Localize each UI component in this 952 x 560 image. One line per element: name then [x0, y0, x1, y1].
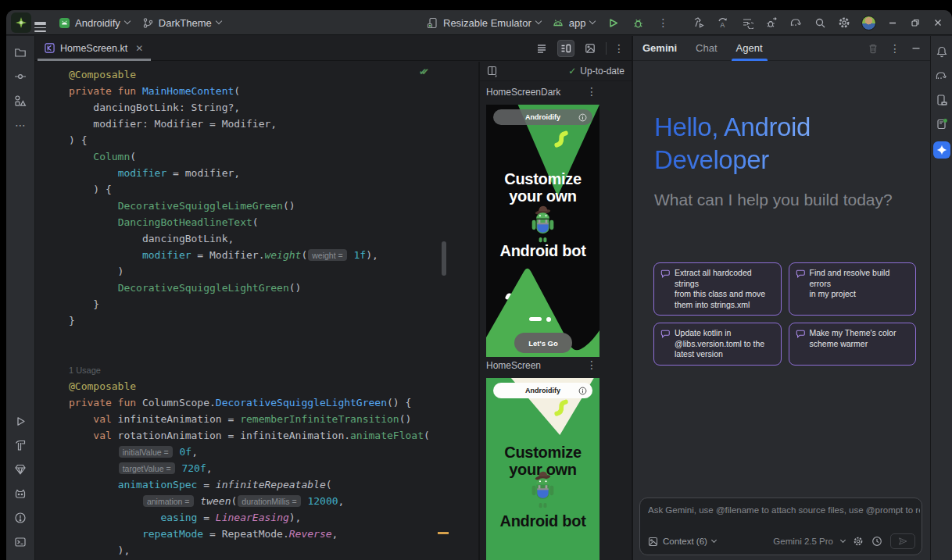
chevron-down-icon: [589, 18, 596, 24]
context-label[interactable]: Context (6): [663, 537, 707, 546]
main-menu-icon[interactable]: [34, 20, 46, 26]
vcs-branch-selector[interactable]: DarkTheme: [142, 17, 221, 29]
attach-image-icon[interactable]: [648, 537, 658, 547]
preview-menu-icon[interactable]: ⋮: [586, 85, 597, 98]
suggestion-text: Extract all hardcoded strings from this …: [675, 268, 775, 310]
preview-layout-icon[interactable]: [487, 66, 499, 77]
problems-tool-icon[interactable]: [13, 511, 27, 525]
preview-menu-icon[interactable]: ⋮: [586, 358, 597, 371]
device-selector[interactable]: Resizable Emulator: [427, 17, 541, 29]
android-studio-logo-icon[interactable]: [11, 12, 31, 33]
lets-go-button[interactable]: Let's Go: [514, 333, 572, 353]
code-line: private fun ColumnScope.DecorativeSquigg…: [69, 394, 449, 411]
chevron-down-icon: [124, 18, 131, 24]
gemini-suggestion-card[interactable]: Update kotlin in @libs.version.toml to t…: [653, 323, 782, 366]
preview-toolbar: ✓ Up-to-date: [480, 62, 632, 81]
build-tool-icon[interactable]: [13, 438, 27, 452]
preview-card-homescreendark[interactable]: Androidify Customize your own Android bo…: [486, 105, 599, 357]
debug-button[interactable]: [631, 16, 645, 30]
code-line: private fun MainHomeContent(: [69, 83, 449, 99]
app-bar-title: Androidify: [525, 387, 560, 394]
gradle-tool-icon[interactable]: [935, 69, 949, 83]
design-view-icon[interactable]: [582, 40, 599, 57]
preview-name-light[interactable]: HomeScreen: [486, 360, 541, 371]
gemini-suggestion-card[interactable]: Find and resolve build errors in my proj…: [789, 262, 917, 316]
editor-tab-homescreen[interactable]: HomeScreen.kt ✕: [38, 36, 151, 61]
preview-card-homescreen[interactable]: Androidify Customize your own Android bo…: [486, 378, 599, 560]
tab-options-icon[interactable]: ⋮: [614, 42, 625, 55]
logcat-tool-icon[interactable]: [13, 487, 27, 501]
resource-manager-icon[interactable]: [13, 94, 27, 108]
app-top-bar: Androidify: [493, 383, 592, 398]
run-config-selector[interactable]: app: [552, 17, 596, 29]
tab-chat[interactable]: Chat: [696, 36, 717, 61]
chat-bubble-icon: [660, 269, 671, 279]
search-everywhere-icon[interactable]: [813, 16, 827, 30]
restore-button[interactable]: [909, 16, 922, 29]
gemini-options-icon[interactable]: ⋮: [889, 42, 900, 55]
settings-icon[interactable]: [837, 16, 851, 30]
commit-tool-icon[interactable]: [13, 70, 27, 84]
code-line: DancingBotHeadlineText(: [69, 214, 449, 230]
code-view-icon[interactable]: [533, 40, 550, 57]
preview-name-dark[interactable]: HomeScreenDark: [486, 87, 560, 98]
info-icon[interactable]: [578, 387, 587, 395]
inlay-parameter-hint: durationMillis =: [238, 495, 300, 507]
send-icon: [898, 537, 907, 546]
app-bar-title: Androidify: [525, 113, 560, 121]
model-label[interactable]: Gemini 2.5 Pro: [773, 537, 833, 546]
info-icon[interactable]: [578, 113, 587, 122]
project-tool-icon[interactable]: [13, 45, 27, 59]
inlay-parameter-hint: targetValue =: [119, 462, 175, 474]
tab-close-icon[interactable]: ✕: [135, 43, 143, 54]
more-tool-windows-icon[interactable]: ⋯: [13, 118, 27, 132]
terminal-tool-icon[interactable]: [13, 535, 27, 549]
trash-icon[interactable]: [868, 43, 879, 54]
page-indicator: [529, 317, 553, 322]
history-icon[interactable]: [871, 536, 882, 547]
code-area[interactable]: @Composableprivate fun MainHomeContent( …: [35, 62, 449, 558]
app-quality-insights-icon[interactable]: [13, 462, 27, 476]
branch-icon: [142, 17, 154, 29]
chat-bubble-icon: [660, 329, 671, 339]
tab-agent[interactable]: Agent: [736, 36, 763, 61]
run-tool-icon[interactable]: [13, 414, 27, 428]
send-button[interactable]: [890, 533, 915, 549]
gemini-suggestion-card[interactable]: Extract all hardcoded strings from this …: [653, 262, 782, 316]
more-run-actions-icon[interactable]: ⋮: [656, 16, 670, 30]
notifications-icon[interactable]: [935, 45, 949, 59]
code-line: animation = tween(durationMillis = 12000…: [69, 493, 449, 509]
device-manager-icon[interactable]: [935, 93, 949, 107]
attach-debugger-icon[interactable]: [764, 16, 778, 30]
inspection-status-icon[interactable]: ✔✔: [419, 66, 436, 77]
kotlin-file-icon: [45, 43, 55, 53]
ai-rename-icon[interactable]: A: [716, 16, 730, 30]
user-avatar[interactable]: [861, 16, 876, 30]
gemini-settings-icon[interactable]: [853, 536, 864, 547]
gemini-tool-icon[interactable]: [933, 141, 950, 159]
code-line: modifier: Modifier = Modifier,: [69, 116, 449, 132]
split-view-icon[interactable]: [557, 40, 574, 57]
gemini-input-box[interactable]: Ask Gemini, use @filename to attach sour…: [639, 498, 922, 555]
chat-bubble-icon: [796, 329, 806, 339]
project-selector[interactable]: Androidify: [59, 17, 130, 29]
close-button[interactable]: [932, 16, 944, 29]
minimize-button[interactable]: [886, 16, 899, 29]
svg-text:A: A: [721, 21, 725, 29]
gradle-sync-icon[interactable]: [789, 16, 803, 30]
gemini-hello-heading: Hello, Android Developer: [654, 111, 811, 177]
build-variants-icon[interactable]: [740, 16, 754, 30]
profiler-icon[interactable]: [692, 16, 706, 30]
hide-panel-icon[interactable]: [911, 44, 921, 53]
run-button[interactable]: [606, 16, 620, 30]
gemini-header: Gemini Chat Agent ⋮: [633, 36, 930, 61]
headline-text: Customize your own: [486, 170, 599, 205]
editor-scrollbar[interactable]: [442, 241, 446, 276]
running-devices-icon[interactable]: [935, 117, 949, 131]
code-editor[interactable]: @Composableprivate fun MainHomeContent( …: [35, 62, 449, 560]
check-icon: ✓: [568, 66, 576, 77]
gemini-suggestions: Extract all hardcoded strings from this …: [653, 262, 916, 366]
gemini-suggestion-card[interactable]: Make my Theme's color scheme warmer: [789, 323, 917, 366]
code-line: @Composable: [69, 378, 449, 394]
gemini-panel: Gemini Chat Agent ⋮ Hello, Android Devel…: [632, 36, 930, 560]
